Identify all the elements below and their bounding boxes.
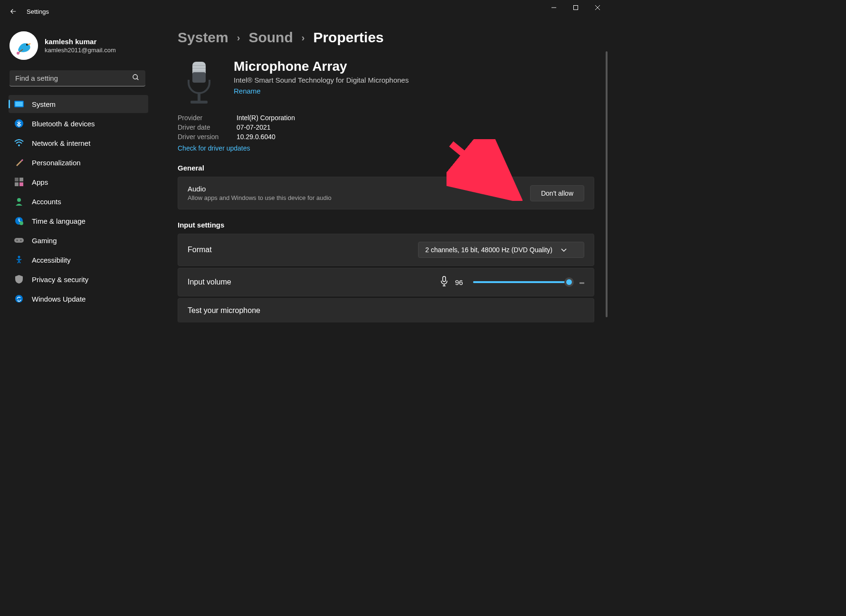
breadcrumb-system[interactable]: System xyxy=(178,29,228,46)
search-icon xyxy=(132,74,140,83)
maximize-button[interactable] xyxy=(565,0,587,15)
input-volume-card: Input volume 96 xyxy=(178,268,594,296)
sidebar-item-bluetooth[interactable]: Bluetooth & devices xyxy=(9,114,148,133)
sidebar-item-network[interactable]: Network & internet xyxy=(9,134,148,152)
driver-date-key: Driver date xyxy=(178,123,225,131)
driver-date-value: 07-07-2021 xyxy=(237,123,271,131)
sidebar-item-gaming[interactable]: Gaming xyxy=(9,231,148,249)
svg-line-6 xyxy=(137,78,138,80)
brush-icon xyxy=(14,158,24,167)
accessibility-icon xyxy=(14,255,24,265)
profile-email: kamlesh2011@gmail.com xyxy=(45,47,116,54)
content-pane: System › Sound › Properties Mi xyxy=(152,23,608,445)
audio-desc: Allow apps and Windows to use this devic… xyxy=(188,194,332,201)
gaming-icon xyxy=(14,236,24,245)
account-icon xyxy=(14,197,24,206)
volume-value: 96 xyxy=(455,278,466,286)
profile-block[interactable]: kamlesh kumar kamlesh2011@gmail.com xyxy=(9,28,148,68)
svg-rect-11 xyxy=(15,178,19,181)
test-mic-label: Test your microphone xyxy=(188,306,260,315)
sidebar-item-label: Time & language xyxy=(32,217,86,225)
scrollbar[interactable] xyxy=(606,51,608,317)
dont-allow-button[interactable]: Don't allow xyxy=(530,185,584,201)
shield-icon xyxy=(14,275,24,284)
svg-rect-1 xyxy=(574,6,578,10)
rename-link[interactable]: Rename xyxy=(234,87,409,95)
sidebar-item-accessibility[interactable]: Accessibility xyxy=(9,251,148,269)
svg-point-10 xyxy=(18,144,20,146)
system-icon xyxy=(14,99,24,109)
search-input[interactable] xyxy=(10,70,145,86)
sidebar-item-update[interactable]: Windows Update xyxy=(9,290,148,308)
driver-version-value: 10.29.0.6040 xyxy=(237,133,276,141)
breadcrumb-sound[interactable]: Sound xyxy=(248,29,293,46)
svg-rect-31 xyxy=(443,276,446,282)
svg-point-20 xyxy=(20,240,22,241)
svg-point-5 xyxy=(133,75,137,79)
svg-point-4 xyxy=(17,52,19,55)
input-volume-label: Input volume xyxy=(188,278,231,286)
sidebar-item-label: Privacy & security xyxy=(32,275,88,284)
app-title: Settings xyxy=(27,8,49,15)
wifi-icon xyxy=(14,138,24,148)
svg-rect-13 xyxy=(15,182,19,186)
svg-rect-12 xyxy=(19,178,23,181)
sidebar-item-apps[interactable]: Apps xyxy=(9,173,148,191)
clock-icon xyxy=(14,216,24,226)
audio-title: Audio xyxy=(188,185,332,193)
bluetooth-icon xyxy=(14,119,24,128)
chevron-down-icon xyxy=(561,246,567,254)
provider-value: Intel(R) Corporation xyxy=(237,114,295,122)
format-select[interactable]: 2 channels, 16 bit, 48000 Hz (DVD Qualit… xyxy=(418,242,584,258)
minimize-button[interactable] xyxy=(543,0,565,15)
microphone-small-icon xyxy=(440,276,448,288)
volume-slider[interactable] xyxy=(473,281,573,283)
sidebar-item-label: Personalization xyxy=(32,159,81,167)
sidebar-item-label: Accounts xyxy=(32,198,61,206)
chevron-right-icon: › xyxy=(302,32,305,43)
svg-point-17 xyxy=(19,221,23,225)
sidebar-item-time[interactable]: Time & language xyxy=(9,212,148,230)
sidebar-item-label: Bluetooth & devices xyxy=(32,120,95,128)
sidebar-item-label: Apps xyxy=(32,178,48,186)
svg-rect-32 xyxy=(580,283,584,284)
sidebar-item-system[interactable]: System xyxy=(9,95,148,113)
breadcrumb: System › Sound › Properties xyxy=(178,29,594,46)
format-card: Format 2 channels, 16 bit, 48000 Hz (DVD… xyxy=(178,234,594,266)
sidebar-item-label: Accessibility xyxy=(32,256,71,264)
back-button[interactable] xyxy=(4,2,23,21)
format-value: 2 channels, 16 bit, 48000 Hz (DVD Qualit… xyxy=(425,246,552,254)
input-settings-heading: Input settings xyxy=(178,221,594,229)
sidebar-item-label: Gaming xyxy=(32,237,57,245)
driver-info: ProviderIntel(R) Corporation Driver date… xyxy=(178,113,594,142)
svg-point-19 xyxy=(17,240,18,241)
svg-rect-28 xyxy=(198,93,200,101)
apps-icon xyxy=(14,177,24,187)
driver-version-key: Driver version xyxy=(178,133,225,141)
sidebar-item-accounts[interactable]: Accounts xyxy=(9,192,148,210)
format-label: Format xyxy=(188,246,212,254)
close-button[interactable] xyxy=(587,0,608,15)
svg-point-21 xyxy=(18,256,20,258)
device-name: Microphone Array xyxy=(234,59,409,74)
sidebar-item-label: System xyxy=(32,100,56,108)
breadcrumb-current: Properties xyxy=(313,29,383,46)
sidebar-item-personalization[interactable]: Personalization xyxy=(9,153,148,171)
microphone-icon xyxy=(178,59,220,106)
svg-rect-14 xyxy=(19,182,23,186)
check-driver-updates-link[interactable]: Check for driver updates xyxy=(178,144,250,152)
sidebar: kamlesh kumar kamlesh2011@gmail.com Syst… xyxy=(0,23,152,445)
svg-point-15 xyxy=(17,198,21,202)
profile-name: kamlesh kumar xyxy=(45,38,116,46)
avatar xyxy=(10,31,38,60)
test-mic-card: Test your microphone xyxy=(178,298,594,322)
svg-rect-24 xyxy=(192,72,206,83)
device-subtitle: Intel® Smart Sound Technology for Digita… xyxy=(234,76,409,84)
sidebar-item-privacy[interactable]: Privacy & security xyxy=(9,270,148,288)
audio-card: Audio Allow apps and Windows to use this… xyxy=(178,177,594,209)
update-icon xyxy=(14,294,24,303)
provider-key: Provider xyxy=(178,114,225,122)
chevron-right-icon: › xyxy=(237,32,240,43)
general-heading: General xyxy=(178,164,594,172)
slider-end-icon xyxy=(580,278,584,286)
